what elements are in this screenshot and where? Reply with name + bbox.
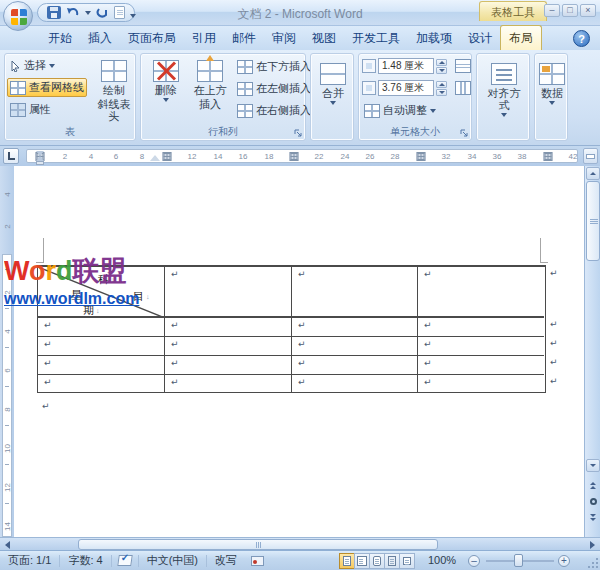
web-layout-view-button[interactable]: [369, 553, 385, 569]
vertical-scrollbar[interactable]: [584, 166, 600, 537]
table-cell[interactable]: ↵: [38, 337, 165, 356]
ruler-table-border-marker[interactable]: [290, 152, 299, 161]
qat-customize-button[interactable]: [130, 8, 136, 20]
draft-view-button[interactable]: [399, 553, 415, 569]
horizontal-scrollbar-thumb[interactable]: [78, 539, 438, 550]
table-cell[interactable]: ↵: [418, 375, 544, 393]
table-cell[interactable]: ↵: [292, 356, 418, 375]
table-cell[interactable]: ↵: [165, 356, 292, 375]
scroll-left-button[interactable]: [2, 539, 13, 550]
help-button[interactable]: ?: [573, 30, 590, 47]
page-indicator[interactable]: 页面: 1/1: [0, 553, 59, 568]
table-cell[interactable]: ↵: [418, 318, 544, 337]
table-cell[interactable]: ↵: [165, 375, 292, 393]
cell-size-dialog-launcher[interactable]: [460, 129, 469, 138]
close-button[interactable]: ×: [580, 4, 596, 17]
data-button[interactable]: 数据: [531, 60, 573, 132]
autofit-button[interactable]: 自动调整: [362, 102, 438, 119]
document-area[interactable]: 4 2 2 4 6 8 10 12 14 Word联盟 www.wordlm.c…: [0, 166, 600, 537]
proofing-status-icon[interactable]: [118, 555, 132, 566]
row-height-input[interactable]: 1.48 厘米: [378, 58, 434, 74]
office-button[interactable]: [3, 1, 33, 31]
draw-diagonal-header-button[interactable]: 绘制 斜线表头: [93, 57, 135, 129]
table-cell[interactable]: ↵: [165, 318, 292, 337]
tab-review[interactable]: 审阅: [264, 26, 304, 50]
distribute-columns-button[interactable]: [453, 80, 473, 96]
select-browse-object-button[interactable]: [586, 494, 600, 508]
tab-home[interactable]: 开始: [40, 26, 80, 50]
table-cell[interactable]: ↵: [292, 267, 418, 318]
distribute-rows-button[interactable]: [453, 58, 473, 74]
undo-dropdown-icon[interactable]: [85, 11, 91, 15]
next-page-button[interactable]: [586, 510, 600, 524]
tab-page-layout[interactable]: 页面布局: [120, 26, 184, 50]
insert-below-button[interactable]: 在下方插入: [235, 58, 313, 75]
view-ruler-toggle-button[interactable]: [583, 148, 598, 164]
table-cell[interactable]: ↵: [418, 337, 544, 356]
word-count[interactable]: 字数: 4: [60, 553, 110, 568]
horizontal-scrollbar[interactable]: [0, 537, 600, 550]
table-cell[interactable]: ↵: [38, 356, 165, 375]
maximize-button[interactable]: □: [562, 4, 578, 17]
save-icon[interactable]: [47, 6, 61, 19]
delete-button[interactable]: 删除: [145, 57, 187, 129]
tab-developer[interactable]: 开发工具: [344, 26, 408, 50]
right-indent-marker[interactable]: [150, 155, 160, 161]
zoom-slider-thumb[interactable]: [514, 554, 523, 567]
rows-columns-dialog-launcher[interactable]: [294, 129, 303, 138]
merge-button[interactable]: 合并: [312, 60, 354, 132]
insert-right-button[interactable]: 在右侧插入: [235, 102, 313, 119]
print-layout-view-button[interactable]: [339, 553, 355, 569]
scroll-down-button[interactable]: [586, 459, 600, 472]
resize-grip[interactable]: [586, 556, 598, 568]
zoom-level[interactable]: 100%: [428, 554, 456, 566]
insert-left-button[interactable]: 在左侧插入: [235, 80, 313, 97]
tab-view[interactable]: 视图: [304, 26, 344, 50]
redo-icon[interactable]: [96, 7, 109, 19]
tab-layout-active[interactable]: 布局: [500, 25, 542, 50]
minimize-button[interactable]: –: [544, 4, 560, 17]
ruler-table-border-marker[interactable]: [417, 152, 426, 161]
outline-view-button[interactable]: [384, 553, 400, 569]
table-cell[interactable]: ↵: [418, 356, 544, 375]
new-document-icon[interactable]: [114, 6, 125, 19]
alignment-button[interactable]: 对齐方式: [483, 60, 525, 132]
select-button[interactable]: 选择: [8, 57, 57, 74]
row-height-down-button[interactable]: [436, 67, 447, 74]
undo-icon[interactable]: [66, 7, 80, 19]
language-indicator[interactable]: 中文(中国): [139, 553, 206, 568]
full-screen-reading-view-button[interactable]: [354, 553, 370, 569]
tab-stop-selector[interactable]: [3, 148, 19, 164]
vertical-scrollbar-thumb[interactable]: [586, 181, 600, 261]
previous-page-button[interactable]: [586, 478, 600, 492]
table-cell[interactable]: ↵: [292, 337, 418, 356]
insert-above-button[interactable]: 在上方 插入: [189, 57, 231, 129]
zoom-out-button[interactable]: –: [468, 555, 480, 567]
table-cell[interactable]: ↵: [38, 375, 165, 393]
tab-references[interactable]: 引用: [184, 26, 224, 50]
horizontal-ruler[interactable]: 2 4 6 8 12 14 16 18 22 24 26 28 32 34 36…: [26, 149, 578, 163]
row-height-up-button[interactable]: [436, 59, 447, 66]
overtype-indicator[interactable]: 改写: [207, 553, 245, 568]
left-indent-marker[interactable]: [36, 161, 44, 165]
ruler-table-border-marker[interactable]: [544, 152, 553, 161]
scroll-up-button[interactable]: [586, 167, 600, 180]
table-cell[interactable]: ↵: [165, 337, 292, 356]
scroll-right-button[interactable]: [587, 539, 598, 550]
column-width-up-button[interactable]: [436, 81, 447, 88]
ruler-table-border-marker[interactable]: [163, 152, 172, 161]
properties-button[interactable]: 属性: [8, 101, 53, 118]
tab-mailings[interactable]: 邮件: [224, 26, 264, 50]
table-cell[interactable]: ↵: [418, 267, 544, 318]
tab-insert[interactable]: 插入: [80, 26, 120, 50]
view-gridlines-button[interactable]: 查看网格线: [7, 78, 87, 97]
macro-record-icon[interactable]: [251, 556, 264, 566]
column-width-input[interactable]: 3.76 厘米: [378, 80, 434, 96]
zoom-in-button[interactable]: +: [558, 555, 570, 567]
table-cell[interactable]: ↵: [38, 318, 165, 337]
table-cell[interactable]: ↵: [292, 318, 418, 337]
vertical-ruler[interactable]: 4 2 2 4 6 8 10 12 14: [0, 166, 14, 537]
table-cell[interactable]: ↵: [292, 375, 418, 393]
tab-addins[interactable]: 加载项: [408, 26, 460, 50]
tab-design[interactable]: 设计: [460, 26, 500, 50]
